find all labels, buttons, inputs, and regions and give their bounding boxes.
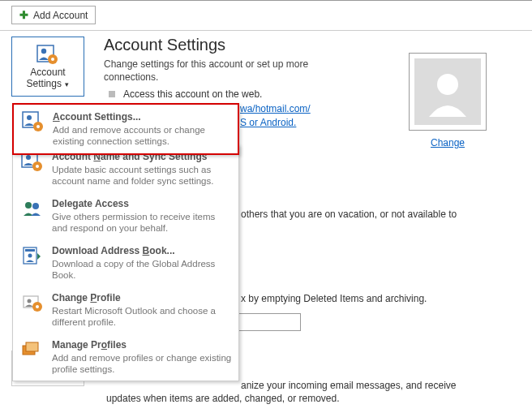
menu-delegate-sub: Give others permission to receive items … [52,211,232,234]
account-settings-label1: Account [30,67,65,78]
t2a: Delegate [52,198,95,209]
link-mobile[interactable]: S or Android. [240,117,296,128]
menu-account-settings-title: ccount Settings... [60,111,141,123]
avatar-frame [409,53,487,131]
menu-delegate-access[interactable]: Delegate Access Give others permission t… [13,192,238,239]
account-settings-label2: Settings [27,78,62,89]
mailbox-settings-peek: x by emptying Deleted Items and archivin… [241,292,508,305]
address-book-icon [21,245,44,268]
svg-point-3 [51,58,54,61]
svg-point-13 [25,202,32,209]
svg-point-14 [32,203,39,209]
menu-name-sync-sub: Update basic account settings such as ac… [52,164,232,187]
page-title: Account Settings [104,36,526,54]
account-settings-menu-icon [22,111,45,134]
plus-icon: ✚ [19,9,28,21]
menu-account-settings-accel: A [53,111,60,123]
menu-change-profile-sub: Restart Microsoft Outlook and choose a d… [52,305,232,328]
t5u: o [101,339,107,351]
svg-rect-16 [25,249,35,252]
chevron-down-icon: ▾ [63,80,70,88]
t3b: ook... [149,245,174,256]
svg-point-10 [26,155,31,160]
bullet-text: Access this account on the web. [123,88,262,100]
menu-account-settings[interactable]: Account Settings... Add and remove accou… [12,103,239,155]
t5b: files [107,339,127,351]
add-account-label: Add Account [33,10,88,21]
rules-peek-1: anize your incoming email messages, and … [241,379,517,392]
svg-rect-23 [26,342,38,351]
avatar-box: Change [407,53,488,148]
t4a: Change [52,292,90,303]
menu-manage-profiles[interactable]: Manage Profiles Add and remove profiles … [13,333,238,381]
delegate-icon [21,198,44,221]
svg-point-6 [27,115,32,120]
t2b: Access [95,198,129,209]
t3u: B [143,245,150,256]
account-settings-icon [36,44,60,67]
t5a: Manage Pr [52,339,101,351]
top-divider [0,0,532,1]
menu-download-address-book[interactable]: Download Address Book... Download a copy… [13,239,238,286]
menu-manage-profiles-sub: Add and remove profiles or change existi… [52,352,232,375]
account-settings-dropdown: Account Name and Sync Settings Update ba… [12,144,239,381]
svg-point-8 [36,125,40,128]
svg-point-4 [437,74,458,95]
manage-profiles-icon [21,339,44,362]
change-avatar-link[interactable]: Change [431,137,465,148]
t3a: Download Address [52,245,143,256]
svg-point-1 [41,49,46,54]
menu-account-settings-sub: Add and remove accounts or change existi… [53,124,231,147]
svg-point-12 [36,165,39,168]
avatar-icon [423,67,473,117]
svg-point-21 [36,305,39,308]
t4b: rofile [97,292,120,303]
bullet-icon [109,91,115,97]
menu-addrbook-sub: Download a copy of the Global Address Bo… [52,258,232,281]
profile-icon [21,292,44,315]
rules-peek-2: updates when items are added, changed, o… [106,392,512,405]
account-settings-button[interactable]: Account Settings ▾ [11,37,84,97]
avatar-placeholder [414,58,481,125]
svg-point-19 [28,299,32,303]
link-owa[interactable]: wa/hotmail.com/ [240,103,311,114]
page-desc: Change settings for this account or set … [104,58,355,84]
automatic-replies-peek: others that you are on vacation, or not … [241,208,508,221]
menu-change-profile[interactable]: Change Profile Restart Microsoft Outlook… [13,286,238,333]
svg-point-17 [28,254,32,258]
add-account-button[interactable]: ✚ Add Account [11,6,96,24]
